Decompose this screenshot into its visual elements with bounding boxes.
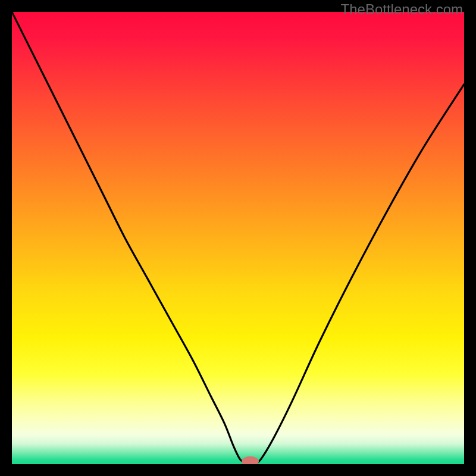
plot-area — [12, 12, 464, 464]
gradient-background — [12, 12, 464, 464]
watermark-text: TheBottleneck.com — [341, 1, 463, 18]
bottleneck-chart — [12, 12, 464, 464]
chart-frame: TheBottleneck.com — [0, 0, 476, 476]
